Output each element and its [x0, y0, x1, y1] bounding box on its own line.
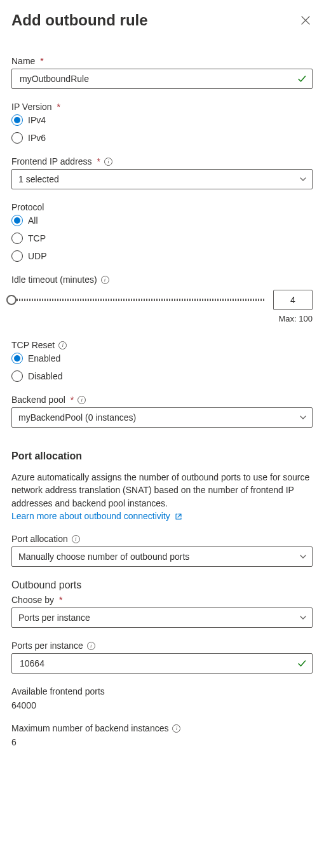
protocol-all[interactable]: All [11, 215, 313, 226]
chevron-down-icon [299, 175, 307, 183]
max-instances-value: 6 [11, 737, 313, 747]
tcp-reset-label: TCP Reset i [11, 340, 313, 350]
radio-icon [11, 132, 23, 144]
port-allocation-label: Port allocation i [11, 534, 313, 544]
slider-handle[interactable] [6, 295, 17, 305]
radio-icon [11, 370, 23, 382]
protocol-radio-group: All TCP UDP [11, 215, 313, 262]
required-star: * [97, 156, 100, 166]
checkmark-icon [297, 74, 307, 84]
ports-per-instance-input[interactable] [11, 653, 313, 674]
required-star: * [71, 395, 74, 405]
required-star: * [40, 56, 43, 66]
port-allocation-select[interactable]: Manually choose number of outbound ports [11, 546, 313, 567]
idle-timeout-slider[interactable] [11, 299, 264, 301]
radio-icon [11, 250, 23, 262]
checkmark-icon [297, 658, 307, 668]
ports-per-instance-label: Ports per instance i [11, 641, 313, 651]
port-allocation-heading: Port allocation [11, 451, 313, 462]
page-title: Add outbound rule [11, 11, 148, 29]
info-icon[interactable]: i [58, 341, 67, 349]
protocol-label: Protocol [11, 202, 313, 212]
backend-pool-label: Backend pool* i [11, 395, 313, 405]
protocol-tcp[interactable]: TCP [11, 233, 313, 244]
port-allocation-description: Azure automatically assigns the number o… [11, 471, 313, 522]
ip-version-radio-group: IPv4 IPv6 [11, 114, 313, 144]
available-ports-value: 64000 [11, 700, 313, 710]
tcp-reset-disabled[interactable]: Disabled [11, 370, 313, 382]
max-instances-label: Maximum number of backend instances i [11, 723, 313, 733]
ip-version-ipv6[interactable]: IPv6 [11, 132, 313, 144]
info-icon[interactable]: i [78, 396, 86, 404]
info-icon[interactable]: i [104, 158, 112, 166]
learn-more-link[interactable]: Learn more about outbound connectivity [11, 511, 182, 521]
chevron-down-icon [299, 414, 307, 421]
frontend-ip-label: Frontend IP address* i [11, 156, 313, 166]
choose-by-label: Choose by* [11, 595, 313, 605]
idle-timeout-value[interactable]: 4 [273, 290, 313, 310]
info-icon[interactable]: i [101, 276, 109, 284]
info-icon[interactable]: i [172, 724, 180, 733]
required-star: * [59, 595, 62, 605]
chevron-down-icon [299, 614, 307, 621]
outbound-ports-heading: Outbound ports [11, 580, 313, 591]
ip-version-ipv4[interactable]: IPv4 [11, 114, 313, 126]
close-button[interactable] [299, 13, 313, 27]
info-icon[interactable]: i [72, 535, 80, 543]
tcp-reset-radio-group: Enabled Disabled [11, 353, 313, 382]
required-star: * [57, 102, 60, 112]
choose-by-select[interactable]: Ports per instance [11, 607, 313, 628]
name-label: Name* [11, 56, 313, 66]
protocol-udp[interactable]: UDP [11, 250, 313, 262]
chevron-down-icon [299, 553, 307, 560]
close-icon [301, 16, 310, 25]
info-icon[interactable]: i [87, 642, 95, 650]
radio-icon [11, 114, 23, 126]
frontend-ip-select[interactable]: 1 selected [11, 169, 313, 189]
tcp-reset-enabled[interactable]: Enabled [11, 353, 313, 364]
radio-icon [11, 215, 23, 226]
external-link-icon [175, 513, 182, 520]
idle-timeout-max: Max: 100 [11, 314, 313, 323]
ip-version-label: IP Version* [11, 102, 313, 112]
name-input[interactable] [11, 69, 313, 89]
available-ports-label: Available frontend ports [11, 686, 313, 696]
idle-timeout-label: Idle timeout (minutes) i [11, 275, 313, 285]
backend-pool-select[interactable]: myBackendPool (0 instances) [11, 407, 313, 428]
radio-icon [11, 353, 23, 364]
radio-icon [11, 233, 23, 244]
